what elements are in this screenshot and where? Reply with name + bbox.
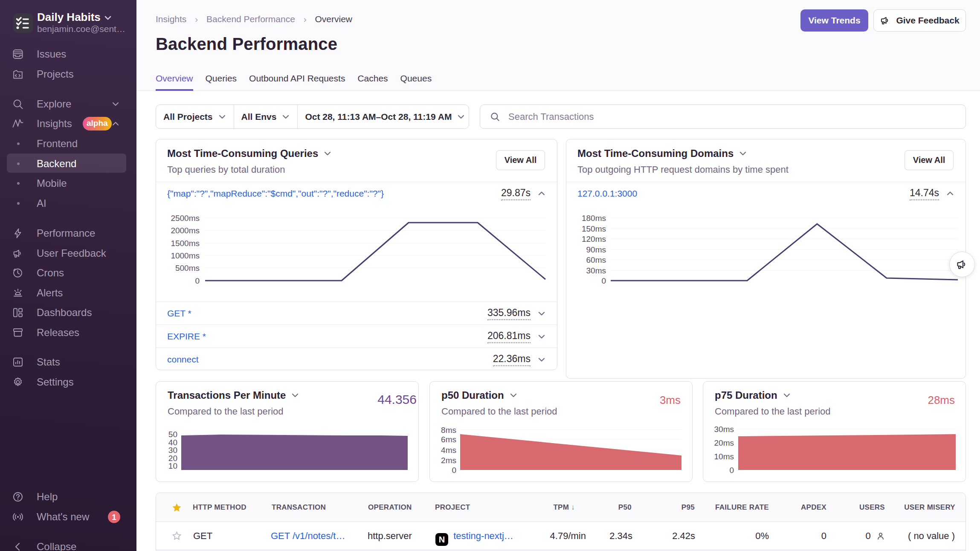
svg-text:2500ms: 2500ms [171,214,200,223]
svg-text:30ms: 30ms [714,425,734,434]
svg-text:20ms: 20ms [714,438,734,447]
svg-text:120ms: 120ms [582,235,606,244]
svg-text:1500ms: 1500ms [171,239,200,248]
svg-text:6ms: 6ms [441,435,456,444]
svg-text:4ms: 4ms [441,446,456,455]
svg-text:90ms: 90ms [586,245,606,254]
svg-text:150ms: 150ms [582,224,606,233]
svg-text:180ms: 180ms [582,214,606,223]
svg-text:60ms: 60ms [586,255,606,264]
svg-text:500ms: 500ms [175,264,200,273]
svg-text:1000ms: 1000ms [171,251,200,260]
svg-text:0: 0 [195,276,200,285]
svg-text:10ms: 10ms [714,452,734,461]
svg-text:10: 10 [168,461,177,470]
svg-text:30ms: 30ms [586,266,606,275]
svg-text:8ms: 8ms [441,426,456,435]
svg-text:2000ms: 2000ms [171,226,200,235]
svg-text:0: 0 [601,276,606,285]
svg-text:0: 0 [729,466,734,475]
svg-text:0: 0 [452,466,456,475]
svg-text:2ms: 2ms [441,456,456,465]
